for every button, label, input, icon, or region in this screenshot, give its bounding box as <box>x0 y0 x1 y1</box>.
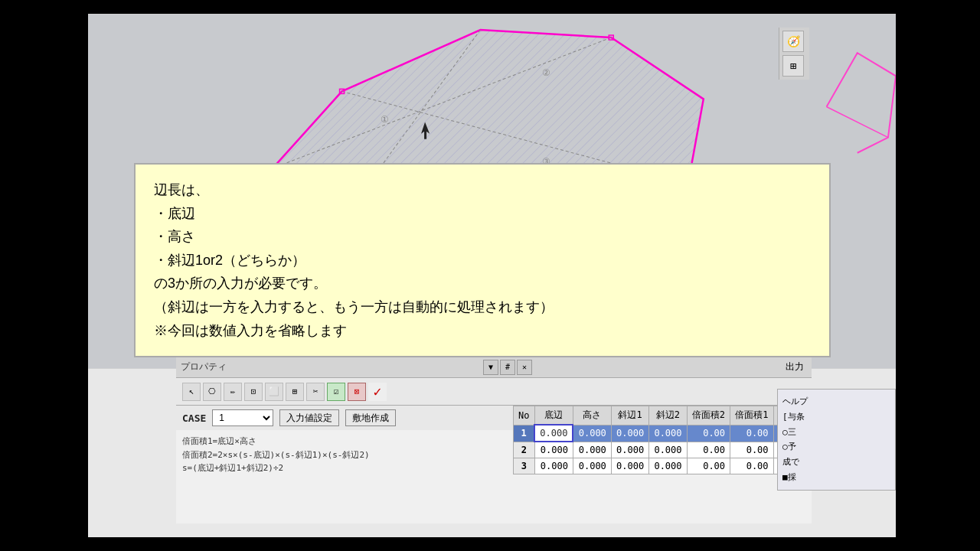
cell-row3-shahen2[interactable]: 0.000 <box>649 458 687 474</box>
rt-compass-icon[interactable]: 🧭 <box>782 31 804 52</box>
help-line3: ○予 <box>782 439 890 455</box>
btn-nyuryoku[interactable]: 入力値設定 <box>279 409 339 426</box>
toolbar-box1-icon[interactable]: ⊡ <box>244 383 263 401</box>
toolbar-grid-icon[interactable]: ⊞ <box>286 383 304 401</box>
cell-row2-shahen1[interactable]: 0.000 <box>611 442 648 458</box>
info-line6: （斜辺は一方を入力すると、もう一方は自動的に処理されます） <box>154 295 811 319</box>
help-title: ヘルプ <box>782 394 890 409</box>
black-bar-right <box>896 0 980 551</box>
cell-row3-no: 3 <box>514 458 535 474</box>
formula-line2: 倍面積2=2×s×(s-底辺)×(s-斜辺1)×(s-斜辺2) <box>182 448 469 462</box>
info-line1: 辺長は、 <box>154 178 811 202</box>
table-area: No 底辺 高さ 斜辺1 斜辺2 倍面積2 倍面積1 比率 1 0.000 <box>513 406 812 523</box>
svg-text:②: ② <box>542 67 550 78</box>
col-no: No <box>514 406 535 425</box>
cell-row2-baimensei2[interactable]: 0.00 <box>687 442 730 458</box>
rt-grid-icon[interactable]: ⊞ <box>782 55 804 77</box>
toolbar-pencil-icon[interactable]: ✏ <box>224 383 242 401</box>
toolbar-polygon-icon[interactable]: ⎔ <box>203 383 221 401</box>
black-bar-left <box>0 0 88 551</box>
cell-row3-baimensei2[interactable]: 0.00 <box>687 458 730 474</box>
cell-row3-teiben[interactable]: 0.000 <box>534 458 573 474</box>
info-line4: ・斜辺1or2（どちらか） <box>154 249 811 272</box>
cell-row3-takasa[interactable]: 0.000 <box>573 458 611 474</box>
info-box: 辺長は、 ・底辺 ・高さ ・斜辺1or2（どちらか） の3か所の入力が必要です。… <box>134 163 831 357</box>
shutsuryoku-label: 出力 <box>786 360 804 373</box>
cell-row2-teiben[interactable]: 0.000 <box>534 442 573 458</box>
property-bar: プロパティ ▼ # ✕ 出力 <box>176 357 812 378</box>
property-bar-controls: ▼ # ✕ <box>483 360 532 375</box>
col-shahen1: 斜辺1 <box>611 406 648 425</box>
info-line2: ・底辺 <box>154 202 811 226</box>
cell-row1-shahen2[interactable]: 0.000 <box>649 425 687 442</box>
table-row: 3 0.000 0.000 0.000 0.000 0.00 0.00 0.00… <box>514 458 812 474</box>
cell-row2-no: 2 <box>514 442 535 458</box>
cell-row1-shahen1[interactable]: 0.000 <box>611 425 648 442</box>
btn-chisaku[interactable]: 敷地作成 <box>345 409 396 426</box>
info-line7: ※今回は数値入力を省略します <box>154 319 811 343</box>
cell-row2-takasa[interactable]: 0.000 <box>573 442 611 458</box>
col-baimensei2: 倍面積2 <box>687 406 730 425</box>
cell-row3-shahen1[interactable]: 0.000 <box>611 458 648 474</box>
help-line4: 成で <box>782 455 890 470</box>
right-toolbar: 🧭 ⊞ <box>779 28 809 80</box>
cell-row1-baimensei2[interactable]: 0.00 <box>687 425 730 442</box>
cell-row1-takasa[interactable]: 0.000 <box>573 425 611 442</box>
help-line5: ■採 <box>782 470 890 485</box>
prop-dropdown-icon[interactable]: ▼ <box>483 360 498 375</box>
property-bar-title: プロパティ <box>181 360 227 373</box>
black-bar-bottom <box>0 537 980 551</box>
case-select[interactable]: 1 2 3 <box>212 409 273 426</box>
formula-area: 倍面積1=底辺×高さ 倍面積2=2×s×(s-底辺)×(s-斜辺1)×(s-斜辺… <box>176 430 475 523</box>
info-line3: ・高さ <box>154 225 811 249</box>
cell-row1-no: 1 <box>514 425 535 442</box>
toolbar-x-icon[interactable]: ⊠ <box>348 383 366 401</box>
cell-row2-shahen2[interactable]: 0.000 <box>649 442 687 458</box>
black-bar-top <box>0 0 980 14</box>
toolbar-arrow-icon[interactable]: ↖ <box>182 383 201 401</box>
toolbar-row: ↖ ⎔ ✏ ⊡ ⬜ ⊞ ✂ ☑ ⊠ ✓ <box>176 378 812 406</box>
toolbar-box2-icon[interactable]: ⬜ <box>265 383 283 401</box>
info-line5: の3か所の入力が必要です。 <box>154 272 811 295</box>
cell-row3-baimensei1[interactable]: 0.00 <box>730 458 774 474</box>
help-panel: ヘルプ [与条 ○三 ○予 成で ■採 <box>777 389 896 491</box>
bottom-panel: プロパティ ▼ # ✕ 出力 ↖ ⎔ ✏ ⊡ ⬜ ⊞ ✂ ☑ ⊠ ✓ CASE <box>176 355 812 523</box>
data-table: No 底辺 高さ 斜辺1 斜辺2 倍面積2 倍面積1 比率 1 0.000 <box>513 406 812 474</box>
formula-line3: s=(底辺+斜辺1+斜辺2)÷2 <box>182 461 469 475</box>
table-row: 1 0.000 0.000 0.000 0.000 0.00 0.00 0.00… <box>514 425 812 442</box>
col-baimensei1: 倍面積1 <box>730 406 774 425</box>
cell-row2-baimensei1[interactable]: 0.00 <box>730 442 774 458</box>
cell-row1-teiben[interactable]: 0.000 <box>534 425 573 442</box>
col-takasa: 高さ <box>573 406 611 425</box>
case-label: CASE <box>182 412 206 424</box>
toolbar-check-icon[interactable]: ☑ <box>327 383 345 401</box>
help-line1: [与条 <box>782 409 890 425</box>
toolbar-checkmark-icon[interactable]: ✓ <box>368 383 387 401</box>
cell-row1-baimensei1[interactable]: 0.00 <box>730 425 774 442</box>
prop-pin-icon[interactable]: # <box>500 360 515 375</box>
help-line2: ○三 <box>782 425 890 440</box>
canvas-area: ① ② ③ + - 辺長は、 ・底辺 ・高さ ・斜辺1or2（どちらか） の3か… <box>88 14 896 537</box>
col-shahen2: 斜辺2 <box>649 406 687 425</box>
table-row: 2 0.000 0.000 0.000 0.000 0.00 0.00 0.00… <box>514 442 812 458</box>
formula-line1: 倍面積1=底辺×高さ <box>182 435 469 448</box>
svg-text:①: ① <box>381 114 389 125</box>
prop-close-icon[interactable]: ✕ <box>517 360 532 375</box>
toolbar-scissors-icon[interactable]: ✂ <box>306 383 325 401</box>
col-teiben: 底辺 <box>534 406 573 425</box>
